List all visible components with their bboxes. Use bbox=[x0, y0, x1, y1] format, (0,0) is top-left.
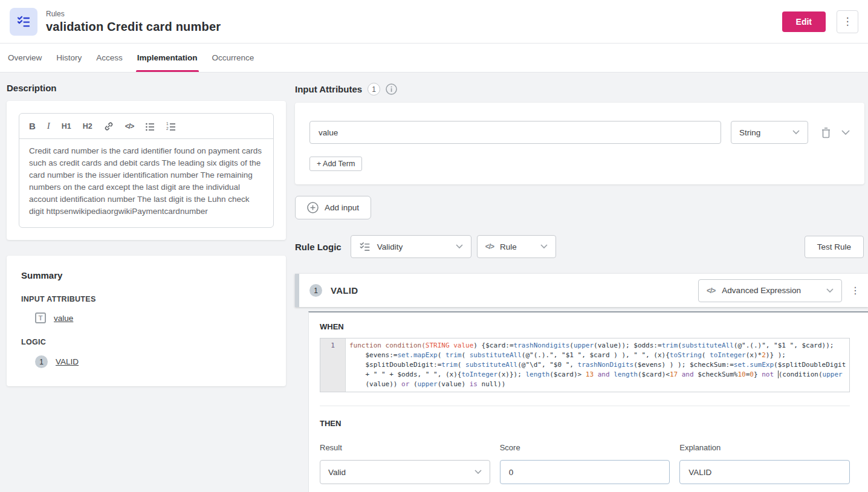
expression-type-select[interactable]: </> Advanced Expression bbox=[698, 279, 842, 302]
add-input-label: Add input bbox=[325, 203, 359, 212]
summary-attribute-row: T value bbox=[35, 312, 271, 323]
description-text[interactable]: Credit card number is the card identifie… bbox=[19, 139, 273, 227]
result-label: Result bbox=[320, 443, 490, 452]
trash-icon bbox=[821, 127, 831, 138]
chevron-down-icon bbox=[841, 130, 850, 135]
explanation-field: Explanation bbox=[679, 443, 850, 484]
code-icon: </> bbox=[707, 286, 715, 295]
tab-history[interactable]: History bbox=[55, 44, 83, 72]
expression-code[interactable]: function condition(STRING value) {$card:… bbox=[346, 338, 849, 392]
summary-card: Summary INPUT ATTRIBUTES T value LOGIC 1… bbox=[7, 256, 286, 386]
input-attribute-row: String bbox=[309, 121, 850, 144]
kebab-menu-button[interactable]: ⋮ bbox=[837, 10, 858, 33]
bullet-list-icon[interactable] bbox=[145, 121, 155, 131]
title-block: Rules validation Credit card number bbox=[46, 10, 221, 34]
tab-access[interactable]: Access bbox=[95, 44, 124, 72]
summary-logic-label: LOGIC bbox=[21, 338, 271, 346]
page-title: validation Credit card number bbox=[46, 20, 221, 34]
logic-mode-select[interactable]: </> Rule bbox=[477, 235, 556, 258]
rule-logic-label: Rule Logic bbox=[295, 242, 342, 252]
tab-implementation[interactable]: Implementation bbox=[136, 44, 199, 72]
test-rule-button[interactable]: Test Rule bbox=[805, 236, 864, 258]
add-term-button[interactable]: + Add Term bbox=[309, 157, 362, 171]
add-input-button[interactable]: Add input bbox=[295, 196, 371, 219]
summary-heading: Summary bbox=[21, 270, 271, 280]
page-header: Rules validation Credit card number Edit… bbox=[0, 0, 868, 44]
main-content: Description B I H1 H2 </> bbox=[0, 73, 868, 491]
result-value: Valid bbox=[328, 468, 346, 477]
tab-bar: Overview History Access Implementation O… bbox=[0, 44, 868, 73]
input-attributes-heading: Input Attributes bbox=[295, 84, 362, 94]
chevron-down-icon bbox=[540, 244, 548, 249]
logic-mode-value: Rule bbox=[500, 242, 534, 251]
input-attributes-heading-row: Input Attributes 1 bbox=[295, 83, 868, 95]
score-field: Score bbox=[500, 443, 670, 484]
chevron-down-icon bbox=[792, 130, 800, 135]
input-attributes-count-badge: 1 bbox=[368, 83, 380, 95]
logic-category-select[interactable]: Validity bbox=[351, 235, 471, 258]
kebab-icon: ⋮ bbox=[850, 285, 860, 296]
tab-occurrence[interactable]: Occurrence bbox=[211, 44, 256, 72]
tab-overview[interactable]: Overview bbox=[7, 44, 43, 72]
expression-type-value: Advanced Expression bbox=[722, 286, 820, 295]
attribute-name-input[interactable] bbox=[309, 121, 721, 144]
rich-text-toolbar: B I H1 H2 </> bbox=[19, 114, 273, 139]
then-label: THEN bbox=[320, 419, 850, 428]
edit-button[interactable]: Edit bbox=[782, 11, 826, 32]
code-icon: </> bbox=[485, 242, 494, 251]
logic-index-badge: 1 bbox=[35, 355, 48, 368]
chevron-down-icon bbox=[456, 244, 463, 249]
summary-input-attributes-label: INPUT ATTRIBUTES bbox=[21, 295, 271, 303]
svg-text:1: 1 bbox=[166, 121, 169, 126]
heading2-button[interactable]: H2 bbox=[83, 122, 92, 131]
line-number: 1 bbox=[320, 341, 345, 351]
result-select[interactable]: Valid bbox=[320, 460, 490, 484]
summary-attribute-link[interactable]: value bbox=[54, 314, 73, 323]
svg-text:2: 2 bbox=[166, 126, 169, 131]
logic-block-header[interactable]: 1 VALID </> Advanced Expression ⋮ bbox=[295, 274, 868, 307]
score-label: Score bbox=[500, 443, 670, 452]
explanation-label: Explanation bbox=[679, 443, 850, 452]
heading1-button[interactable]: H1 bbox=[62, 122, 71, 131]
kebab-icon: ⋮ bbox=[843, 16, 853, 27]
collapse-attribute-button[interactable] bbox=[841, 130, 850, 135]
input-attributes-card: String + Add Term bbox=[295, 103, 864, 184]
bold-button[interactable]: B bbox=[29, 121, 36, 131]
logic-category-value: Validity bbox=[377, 242, 449, 251]
explanation-input[interactable] bbox=[679, 460, 850, 484]
right-column: Input Attributes 1 String bbox=[295, 73, 868, 491]
breadcrumb: Rules bbox=[46, 10, 221, 18]
checklist-icon bbox=[359, 241, 371, 253]
description-editor[interactable]: B I H1 H2 </> bbox=[19, 113, 274, 228]
chevron-down-icon bbox=[826, 288, 834, 293]
plus-circle-icon bbox=[307, 202, 319, 213]
numbered-list-icon[interactable]: 1 2 bbox=[166, 121, 176, 131]
chevron-down-icon bbox=[474, 470, 482, 474]
logic-block-kebab-button[interactable]: ⋮ bbox=[850, 285, 860, 296]
italic-button[interactable]: I bbox=[47, 121, 50, 131]
summary-logic-row: 1 VALID bbox=[35, 355, 271, 368]
result-field: Result Valid bbox=[320, 443, 490, 484]
description-heading: Description bbox=[7, 83, 286, 93]
link-icon[interactable] bbox=[104, 121, 114, 131]
left-column: Description B I H1 H2 </> bbox=[7, 73, 286, 491]
rule-logic-row: Rule Logic Validity </> Rule Test Rule bbox=[295, 235, 868, 258]
text-attribute-icon: T bbox=[35, 312, 46, 323]
attribute-type-select[interactable]: String bbox=[731, 121, 808, 144]
info-icon[interactable] bbox=[386, 83, 397, 95]
code-format-icon[interactable]: </> bbox=[125, 122, 134, 131]
rules-checklist-icon bbox=[10, 8, 37, 36]
score-input[interactable] bbox=[500, 460, 670, 484]
line-number-gutter: 1 bbox=[320, 338, 346, 392]
expression-code-editor[interactable]: 1 function condition(STRING value) {$car… bbox=[320, 338, 850, 392]
attribute-type-value: String bbox=[739, 128, 760, 137]
then-fields: Result Valid Score Explanation bbox=[320, 443, 850, 484]
when-label: WHEN bbox=[320, 322, 850, 331]
summary-logic-link[interactable]: VALID bbox=[56, 357, 79, 366]
logic-block-badge: 1 bbox=[309, 284, 322, 297]
description-card: B I H1 H2 </> bbox=[7, 101, 286, 240]
delete-attribute-button[interactable] bbox=[821, 127, 831, 138]
logic-block-name: VALID bbox=[331, 285, 358, 296]
logic-block-body: WHEN 1 function condition(STRING value) … bbox=[308, 311, 868, 492]
divider bbox=[320, 406, 850, 406]
